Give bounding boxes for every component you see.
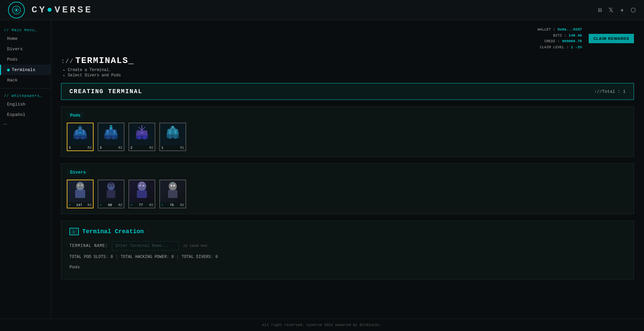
discord-icon[interactable]: ⊡ [598,6,602,14]
wallet-label: WALLET : [538,27,555,31]
sidebar-item-terminals[interactable]: Terminals [0,65,51,75]
svg-line-24 [142,127,145,130]
divers-stat: TOTAL DIVERS: 0 [181,255,218,259]
sidebar-item-espanol[interactable]: Español [0,110,51,120]
pods-cards-row: 3 R3 [67,123,628,151]
footer-text: All right reserved. Cyverse 2022 powered… [262,323,382,327]
terminal-name-input[interactable] [112,241,179,251]
tc-title: Terminal Creation [82,228,144,235]
divers-section-label: Divers [67,169,89,176]
pod-card-2[interactable]: 3 R3 [98,123,124,151]
svg-rect-53 [168,190,177,198]
telegram-icon[interactable]: ✈ [620,6,624,14]
svg-point-45 [111,185,113,187]
claim-level-label: CLAIM LEVEL : [540,45,569,49]
diver-icon-2: ⚡ [100,203,102,207]
diver-card-4[interactable]: ⚡ 76 R2 [159,180,186,208]
diver-rarity-4: R2 [180,203,184,207]
claim-pct-value: -2% [575,45,582,49]
pod-card-4[interactable]: 1 R1 [159,123,186,151]
diver-rarity-2: R2 [118,203,122,207]
pod-img-4 [160,123,185,145]
sep-1: | [116,255,118,259]
wallet-address-row: WALLET : 0x8a...92d7 [538,27,582,33]
diver-rarity-1: R3 [88,203,92,207]
pod-card-3[interactable]: 2 R2 [128,123,155,151]
title-text: TERMINALS_ [75,56,134,66]
footer: All right reserved. Cyverse 2022 powered… [0,319,644,331]
diver-img-4 [160,180,185,202]
pod-qty-3: 2 [130,146,132,150]
diver-icon-4: ⚡ [161,203,163,207]
svg-point-34 [169,129,171,134]
main-menu-label: // Main Menu_ [0,25,51,34]
pod-slots-stat: TOTAL POD SLOTS: 0 [69,255,113,259]
bitz-row: BITZ : 140.46 [538,33,582,39]
pods-section: Pods [61,107,634,157]
diver-card-2[interactable]: ⚡ 98 R2 [98,180,124,208]
svg-rect-28 [143,135,146,139]
wallet-address: 0x8a...92d7 [557,27,582,31]
bullet-2: Select Divers and Pods [68,73,634,78]
diver-card-1[interactable]: ⚡ 147 R3 [67,180,94,208]
instagram-icon[interactable]: ⬡ [631,6,636,14]
brand-title: CY●VERSE [32,5,93,15]
diver-img-2 [98,180,124,202]
svg-point-19 [113,129,115,135]
terminal-name-label: TERMINAL NAME: [69,244,108,248]
diver-card-2-footer: ⚡ 98 R2 [98,202,124,208]
svg-rect-43 [107,190,115,198]
diver-card-1-footer: ⚡ 147 R3 [67,202,93,208]
twitter-icon[interactable]: 𝕏 [608,6,613,14]
svg-rect-26 [136,135,148,139]
diver-img-1 [67,180,93,202]
divers-cards-row: ⚡ 147 R3 [67,180,628,208]
svg-rect-31 [170,128,175,129]
pods-label: Pods [7,57,17,62]
diver-power-1: 147 [76,203,82,207]
svg-point-8 [76,129,78,135]
claim-level-value: 1 [571,45,573,49]
sidebar-item-divers[interactable]: Divers [0,44,51,54]
svg-rect-39 [75,190,85,198]
pod-card-1[interactable]: 3 R3 [67,123,94,151]
divers-section: Divers ⚡ 147 [61,163,634,214]
pod-img-2 [98,123,124,145]
pod-card-2-footer: 3 R3 [98,145,124,150]
sidebar-item-pods[interactable]: Pods [0,54,51,65]
logo[interactable] [8,2,25,18]
svg-rect-11 [82,135,84,139]
svg-rect-33 [167,135,179,138]
svg-point-50 [143,185,145,187]
stats-row: TOTAL POD SLOTS: 0 | TOTAL HACKING POWER… [69,255,626,259]
sidebar-item-home[interactable]: Home [0,34,51,44]
hack-label: Hack [7,78,17,83]
banner-count: ://Total : 1 [594,89,626,94]
wallet-info: WALLET : 0x8a...92d7 BITZ : 140.46 CREDZ… [538,27,582,50]
creating-terminal-banner: CREATING TERMINAL ://Total : 1 [61,83,634,100]
sidebar-item-hack[interactable]: Hack [0,75,51,85]
diver-power-3: 77 [139,203,143,207]
diver-power-2: 98 [108,203,112,207]
sidebar-item-english[interactable]: English [0,99,51,110]
claim-rewards-button[interactable]: CLAIM REWARDS [589,34,634,43]
whitepapers-label: // Whitepapers_ [0,91,51,99]
terminal-creation-section: Terminal Creation TERMINAL NAME: 25 CHAR… [61,221,634,279]
svg-marker-32 [167,129,179,135]
claim-level-row: CLAIM LEVEL : 1 -2% [538,45,582,51]
bitz-label: BITZ : [553,34,567,38]
diver-card-3[interactable]: ⚡ 77 R2 [128,180,155,208]
pod-rarity-4: R1 [180,146,184,150]
diver-rarity-3: R2 [149,203,153,207]
svg-rect-5 [73,135,87,139]
credz-label: CREDZ : [544,39,560,43]
active-indicator [7,69,10,71]
content-area: WALLET : 0x8a...92d7 BITZ : 140.46 CREDZ… [51,20,644,319]
bitz-value: 140.46 [569,34,582,38]
page-title: :// TERMINALS_ [61,56,634,66]
tc-header: Terminal Creation [69,228,626,235]
pods-section-label: Pods [67,112,84,119]
divers-label: Divers [7,47,23,52]
sidebar: // Main Menu_ Home Divers Pods Terminals… [0,20,51,319]
svg-rect-10 [76,135,79,139]
